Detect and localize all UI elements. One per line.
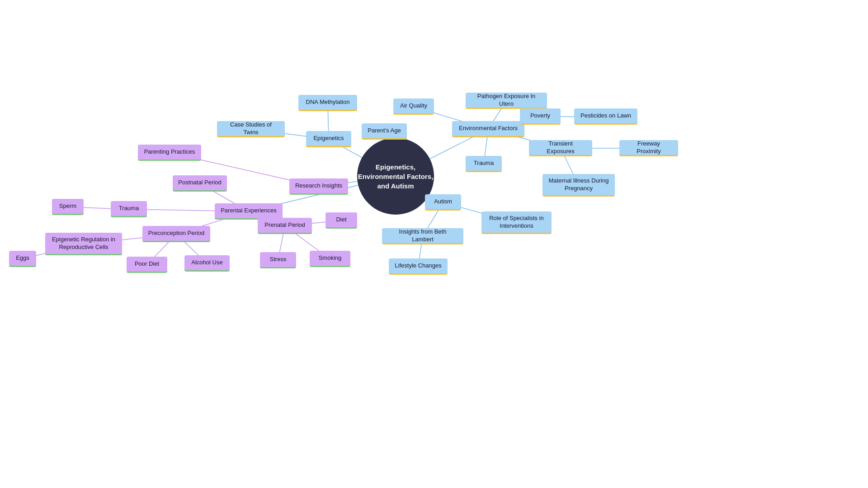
node-epigenetic-reg[interactable]: Epigenetic Regulation in Reproductive Ce…	[45, 233, 122, 255]
node-eggs[interactable]: Eggs	[9, 251, 36, 267]
node-parental-experiences[interactable]: Parental Experiences	[215, 203, 283, 220]
node-diet[interactable]: Diet	[326, 212, 357, 229]
node-poverty[interactable]: Poverty	[520, 108, 561, 125]
node-autism[interactable]: Autism	[425, 194, 461, 211]
node-poor-diet[interactable]: Poor Diet	[127, 257, 167, 273]
mindmap-canvas: Epigenetics, Environmental Factors, and …	[0, 0, 868, 488]
node-dna-methylation[interactable]: DNA Methylation	[298, 95, 357, 111]
node-smoking[interactable]: Smoking	[310, 251, 350, 267]
node-transient-exposures[interactable]: Transient Exposures	[529, 140, 592, 156]
node-pathogen-exposure[interactable]: Pathogen Exposure In Utero	[466, 93, 547, 109]
node-trauma-blue[interactable]: Trauma	[466, 156, 502, 172]
node-role-specialists[interactable]: Role of Specialists in Interventions	[481, 211, 552, 234]
node-preconception-period[interactable]: Preconception Period	[142, 226, 210, 242]
node-sperm[interactable]: Sperm	[52, 199, 84, 215]
node-parents-age[interactable]: Parent's Age	[362, 123, 407, 140]
node-stress[interactable]: Stress	[260, 252, 296, 268]
node-alcohol-use[interactable]: Alcohol Use	[184, 255, 230, 272]
node-maternal-illness[interactable]: Maternal Illness During Pregnancy	[542, 174, 615, 197]
center-node[interactable]: Epigenetics, Environmental Factors, and …	[357, 138, 434, 215]
node-research-insights[interactable]: Research Insights	[289, 178, 348, 195]
node-lifestyle-changes[interactable]: Lifestyle Changes	[389, 258, 448, 275]
node-trauma-purple[interactable]: Trauma	[111, 201, 147, 217]
node-insights-beth[interactable]: Insights from Beth Lambert	[382, 228, 463, 244]
node-prenatal-period[interactable]: Prenatal Period	[258, 218, 312, 234]
node-freeway-proximity[interactable]: Freeway Proximity	[619, 140, 678, 156]
node-postnatal-period[interactable]: Postnatal Period	[173, 175, 227, 192]
node-parenting-practices[interactable]: Parenting Practices	[138, 145, 201, 161]
node-pesticides-lawn[interactable]: Pesticides on Lawn	[574, 108, 637, 125]
node-case-studies-twins[interactable]: Case Studies of Twins	[217, 121, 285, 137]
node-air-quality[interactable]: Air Quality	[393, 99, 434, 115]
node-environmental-factors[interactable]: Environmental Factors	[452, 121, 524, 137]
node-epigenetics[interactable]: Epigenetics	[306, 131, 351, 147]
